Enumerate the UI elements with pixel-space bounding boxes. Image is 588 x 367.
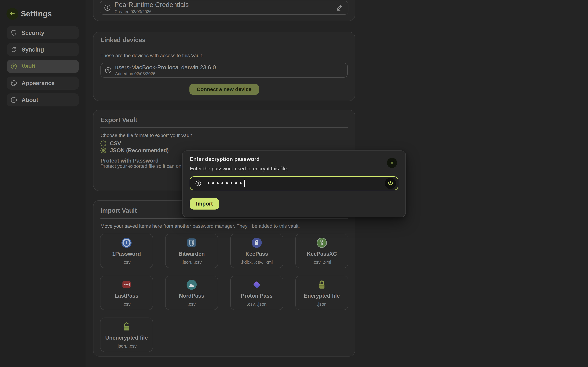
import-source-name: Bitwarden — [179, 251, 205, 257]
credential-created: Created 02/03/2026 — [114, 9, 189, 14]
import-source-formats: .csv, .xml — [312, 259, 331, 265]
close-modal-button[interactable] — [387, 158, 397, 168]
import-source-keepassxc[interactable]: KeePassXC .csv, .xml — [295, 234, 348, 268]
import-source-formats: .csv — [188, 301, 196, 307]
onepassword-icon — [121, 237, 132, 249]
sidebar-item-label: Security — [22, 30, 44, 36]
import-source-lastpass[interactable]: LastPass .csv — [100, 275, 153, 310]
import-source-name: KeePassXC — [307, 251, 337, 257]
reveal-password-button[interactable] — [385, 178, 396, 189]
key-circle-icon — [10, 63, 18, 70]
lock-closed-icon — [316, 279, 328, 291]
protect-with-password-description: Protect your exported file so it can onl… — [100, 163, 192, 169]
keepassxc-icon — [316, 237, 328, 249]
sidebar-item-syncing[interactable]: Syncing — [7, 43, 79, 56]
key-icon — [104, 67, 112, 74]
password-dots: •••••••• — [207, 180, 243, 186]
import-source-formats: .json, .csv — [116, 343, 137, 349]
credential-item: PearRuntime Credentials Created 02/03/20… — [100, 1, 348, 15]
sidebar-item-label: About — [22, 97, 38, 103]
import-source-unencrypted-file[interactable]: Unencrypted file .json, .csv — [100, 317, 153, 352]
key-icon — [104, 4, 111, 12]
linked-devices-card: Linked devices These are the devices wit… — [93, 32, 355, 101]
import-source-name: LastPass — [115, 293, 138, 299]
import-source-formats: .csv, .json — [247, 301, 267, 307]
credential-text: PearRuntime Credentials Created 02/03/20… — [114, 1, 189, 14]
import-source-formats: .csv — [122, 259, 130, 265]
eye-icon — [388, 180, 393, 187]
sidebar-item-label: Vault — [22, 63, 35, 70]
connect-new-device-button[interactable]: Connect a new device — [189, 84, 259, 95]
credential-title: PearRuntime Credentials — [114, 1, 189, 8]
decryption-password-modal: Enter decryption password Enter the pass… — [182, 150, 406, 217]
modal-description: Enter the password used to encrypt this … — [190, 166, 288, 172]
palette-icon — [10, 79, 18, 87]
import-source-formats: .json, .csv — [182, 259, 202, 265]
lastpass-icon — [121, 279, 132, 291]
export-format-description: Choose the file format to export your Va… — [100, 133, 192, 138]
import-source-name: Unencrypted file — [105, 335, 148, 341]
sidebar: Settings Security Syncing Vault Appearan… — [0, 0, 86, 367]
arrow-left-icon — [9, 10, 16, 17]
import-button[interactable]: Import — [190, 198, 219, 209]
import-source-encrypted-file[interactable]: Encrypted file .json — [295, 275, 348, 310]
sidebar-header: Settings — [7, 8, 52, 20]
radio-option-label: JSON (Recommended) — [110, 147, 169, 154]
import-vault-heading: Import Vault — [100, 207, 137, 214]
import-source-1password[interactable]: 1Password .csv — [100, 234, 153, 268]
sidebar-item-about[interactable]: About — [7, 93, 79, 106]
sync-icon — [10, 46, 18, 53]
radio-icon — [100, 148, 106, 153]
pencil-icon — [335, 3, 343, 12]
import-source-proton-pass[interactable]: Proton Pass .csv, .json — [230, 275, 283, 310]
bitwarden-icon — [186, 237, 198, 249]
device-name: users-MacBook-Pro.local darwin 23.6.0 — [115, 64, 216, 71]
shield-icon — [10, 29, 18, 37]
linked-devices-description: These are the devices with access to thi… — [100, 53, 203, 58]
protect-with-password-heading: Protect with Password — [100, 158, 159, 164]
import-sources-grid: 1Password .csv Bitwarden .json, .csv Kee… — [100, 234, 348, 352]
protonpass-icon — [251, 279, 263, 291]
import-source-name: NordPass — [179, 293, 204, 299]
import-source-bitwarden[interactable]: Bitwarden .json, .csv — [165, 234, 218, 268]
import-source-name: Proton Pass — [241, 293, 273, 299]
password-input[interactable]: •••••••• — [190, 176, 398, 190]
back-button[interactable] — [7, 8, 18, 20]
export-format-option-csv[interactable]: CSV — [100, 140, 121, 147]
import-source-name: 1Password — [112, 251, 141, 257]
close-icon — [389, 160, 395, 166]
section-divider — [100, 127, 348, 128]
import-source-formats: .kdbx, .csv, .xml — [241, 259, 273, 265]
radio-option-label: CSV — [110, 140, 121, 147]
device-text: users-MacBook-Pro.local darwin 23.6.0 Ad… — [115, 64, 216, 76]
import-source-formats: .csv — [122, 301, 130, 307]
sidebar-menu: Security Syncing Vault Appearance About — [7, 26, 79, 106]
keepass-icon — [251, 237, 263, 249]
sidebar-item-label: Syncing — [22, 46, 44, 53]
import-vault-card: Import Vault Move your saved items here … — [93, 200, 355, 357]
export-vault-heading: Export Vault — [100, 117, 137, 124]
modal-title: Enter decryption password — [190, 156, 260, 162]
section-divider — [100, 218, 348, 219]
device-item: users-MacBook-Pro.local darwin 23.6.0 Ad… — [100, 63, 348, 78]
lock-open-icon — [121, 321, 132, 333]
text-cursor — [244, 180, 245, 187]
import-vault-description: Move your saved items here from another … — [100, 223, 300, 229]
section-divider — [100, 48, 348, 48]
import-source-nordpass[interactable]: NordPass .csv — [165, 275, 218, 310]
sidebar-item-security[interactable]: Security — [7, 26, 79, 39]
nordpass-icon — [186, 279, 198, 291]
import-source-keepass[interactable]: KeePass .kdbx, .csv, .xml — [230, 234, 283, 268]
key-icon — [195, 180, 202, 187]
radio-icon — [100, 141, 106, 146]
edit-credential-button[interactable] — [334, 3, 344, 13]
sidebar-item-appearance[interactable]: Appearance — [7, 76, 79, 90]
page-title: Settings — [21, 9, 52, 18]
import-source-name: KeePass — [245, 251, 268, 257]
export-format-option-json-recommended-[interactable]: JSON (Recommended) — [100, 147, 169, 154]
import-source-name: Encrypted file — [304, 293, 340, 299]
device-added: Added on 02/03/2026 — [115, 71, 216, 76]
sidebar-item-vault[interactable]: Vault — [7, 60, 79, 73]
linked-devices-heading: Linked devices — [100, 36, 146, 44]
credential-card: PearRuntime Credentials Created 02/03/20… — [93, 0, 355, 21]
